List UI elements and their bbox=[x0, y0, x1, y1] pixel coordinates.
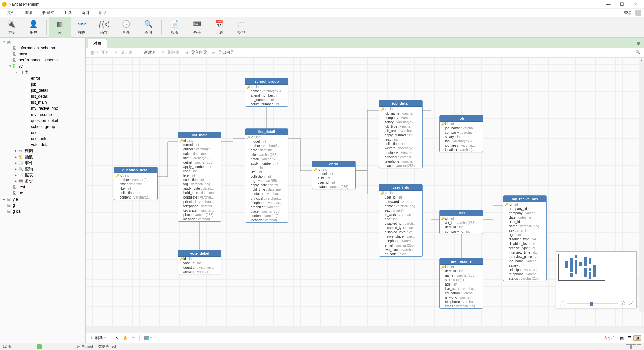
zoom-slider[interactable] bbox=[567, 303, 618, 304]
tree-node-list_detail[interactable]: list_detail bbox=[0, 93, 85, 99]
tree-node-user_info[interactable]: user_info bbox=[0, 136, 85, 142]
erd-table-enrol[interactable]: enrol🔑id: intmodel: ints_id: intuser_id:… bbox=[312, 161, 356, 189]
design-table-button[interactable]: ✎设计表 bbox=[112, 50, 135, 55]
erd-table-header[interactable]: enrol bbox=[312, 161, 355, 167]
tree-node-ue[interactable]: 🗄ue bbox=[0, 190, 85, 196]
expand-arrow-icon[interactable]: ▸ bbox=[14, 155, 18, 159]
erd-table-list_main[interactable]: list_main🔑id: intmodel: intauthor: varch… bbox=[178, 132, 221, 222]
refresh-button[interactable]: ↻刷新▾ bbox=[88, 335, 108, 341]
erd-table-my_recive_box[interactable]: my_recive_box🔑id: intcompany_id: intcomp… bbox=[503, 195, 547, 281]
menu-fav[interactable]: 收藏夹 bbox=[38, 10, 59, 16]
tree-node-查询[interactable]: ▸🔍查询 bbox=[0, 166, 85, 172]
toolbar-schedule-button[interactable]: 📅计划 bbox=[208, 17, 230, 38]
tree-node-question_detail[interactable]: question_detail bbox=[0, 118, 85, 124]
erd-table-header[interactable]: user bbox=[440, 210, 483, 216]
toolbar-view-button[interactable]: 👓视图 bbox=[71, 17, 93, 38]
erd-table-header[interactable]: list_main bbox=[178, 132, 221, 138]
erd-table-header[interactable]: job bbox=[440, 115, 483, 122]
expand-arrow-icon[interactable]: ▸ bbox=[14, 173, 18, 177]
view-list-button[interactable]: ▤ bbox=[618, 336, 626, 340]
tree-node-root[interactable]: ▾▣ bbox=[0, 39, 85, 45]
erd-table-header[interactable]: job_detail bbox=[379, 100, 422, 107]
open-table-button[interactable]: ▦打开表 bbox=[88, 50, 112, 55]
toolbar-table-button[interactable]: ▦表 bbox=[49, 17, 71, 38]
erd-table-header[interactable]: user_info bbox=[379, 184, 422, 191]
expand-arrow-icon[interactable]: ▾ bbox=[14, 71, 18, 74]
erd-table-vote_detail[interactable]: vote_detail🔑id: intvote_id: intquestion:… bbox=[178, 250, 221, 274]
expand-arrow-icon[interactable]: ▾ bbox=[8, 64, 12, 68]
horizontal-scrollbar[interactable] bbox=[86, 327, 644, 333]
erd-table-header[interactable]: my_resume bbox=[440, 258, 483, 265]
toolbar-function-button[interactable]: ƒ(x)函数 bbox=[93, 17, 115, 38]
expand-arrow-icon[interactable]: ▸ bbox=[14, 179, 18, 183]
erd-table-header[interactable]: my_recive_box bbox=[503, 196, 546, 202]
toolbar-report-button[interactable]: 📄报表 bbox=[164, 17, 186, 38]
menu-help[interactable]: 帮助 bbox=[94, 10, 111, 16]
tree-node-表[interactable]: ▾表 bbox=[0, 69, 85, 75]
tree-node-视图[interactable]: ▸∞视图 bbox=[0, 148, 85, 154]
tree-node-scl[interactable]: ▾🗄scl bbox=[0, 63, 85, 69]
color-tool-button[interactable]: ▾ bbox=[142, 336, 154, 340]
erd-table-header[interactable]: school_group bbox=[245, 78, 288, 85]
toolbar-query-button[interactable]: 🔍查询 bbox=[137, 17, 159, 38]
toolbar-model-button[interactable]: ⬚模型 bbox=[230, 17, 252, 38]
zoom-out-button[interactable]: − bbox=[560, 301, 565, 306]
erd-table-job[interactable]: job🔑id: intjob_name: varcha...company: v… bbox=[439, 115, 483, 152]
maximize-button[interactable]: ☐ bbox=[615, 2, 629, 7]
tree-node-vote_detail[interactable]: vote_detail bbox=[0, 142, 85, 148]
tree-node-g    oa[interactable]: ▣g oa bbox=[0, 208, 85, 214]
layout-tool-button[interactable]: ≡ bbox=[130, 336, 137, 340]
tree-node-mysql[interactable]: 🗄mysql bbox=[0, 51, 85, 57]
erd-table-header[interactable]: list_detail bbox=[245, 129, 288, 135]
close-button[interactable]: ✕ bbox=[629, 2, 642, 7]
tree-node-list_main[interactable]: list_main bbox=[0, 99, 85, 105]
expand-arrow-icon[interactable]: ▾ bbox=[2, 40, 6, 44]
view-detail-button[interactable]: ☰ bbox=[626, 336, 633, 340]
tree-node-函数[interactable]: ▸f()函数 bbox=[0, 154, 85, 160]
tree-node-enrol[interactable]: enrol bbox=[0, 75, 85, 81]
erd-table-header[interactable]: vote_detail bbox=[178, 250, 221, 257]
expand-arrow-icon[interactable]: ▸ bbox=[2, 198, 6, 201]
toolbar-event-button[interactable]: 🕓事件 bbox=[115, 17, 137, 38]
toolbar-backup-button[interactable]: 📼备份 bbox=[186, 17, 208, 38]
tree-node-事件[interactable]: ▸🕓事件 bbox=[0, 160, 85, 166]
erd-table-user_info[interactable]: user_info🔑id: intuser_id: intpassword: v… bbox=[379, 184, 423, 257]
search-icon[interactable]: 🔍 bbox=[635, 50, 641, 56]
tree-node-job_detail[interactable]: job_detail bbox=[0, 87, 85, 93]
import-wizard-button[interactable]: ⇥导入向导 bbox=[182, 50, 210, 55]
status-views-toggle[interactable] bbox=[626, 344, 641, 349]
tree-node-my_recive_box[interactable]: my_recive_box bbox=[0, 105, 85, 112]
toolbar-user-button[interactable]: 👤用户 bbox=[22, 17, 44, 38]
tree-node-备份[interactable]: ▸📼备份 bbox=[0, 178, 85, 184]
tree-node-g[interactable]: ▣g bbox=[0, 202, 85, 208]
avatar-icon[interactable] bbox=[635, 10, 641, 16]
tree-node-information_schema[interactable]: 🗄information_schema bbox=[0, 45, 85, 51]
zoom-fit-button[interactable]: ⤢ bbox=[628, 301, 633, 306]
tree-node-y    e[interactable]: ▸▣y e bbox=[0, 196, 85, 202]
zoom-thumb[interactable] bbox=[590, 302, 593, 306]
tree-node-job[interactable]: job bbox=[0, 81, 85, 87]
expand-arrow-icon[interactable]: ▸ bbox=[14, 161, 18, 165]
erd-table-question_detail[interactable]: question_detail🔑id: intauthor: varchar(2… bbox=[114, 167, 158, 200]
new-table-button[interactable]: ＋新建表 bbox=[135, 50, 159, 55]
export-wizard-button[interactable]: ⇤导出向导 bbox=[210, 50, 237, 55]
tree-node-performance_schema[interactable]: 🗄performance_schema bbox=[0, 57, 85, 63]
menu-file[interactable]: 文件 bbox=[3, 10, 20, 16]
expand-arrow-icon[interactable]: ▸ bbox=[14, 167, 18, 171]
erd-table-job_detail[interactable]: job_detail🔑id: intjob_name: varcha...com… bbox=[379, 100, 423, 168]
sidebar[interactable]: ▾▣🗄information_schema🗄mysql🗄performance_… bbox=[0, 38, 86, 343]
menu-view[interactable]: 查看 bbox=[20, 10, 38, 16]
tree-node-test[interactable]: 🗄test bbox=[0, 184, 85, 190]
tab-objects[interactable]: 对象 bbox=[88, 39, 107, 48]
expand-arrow-icon[interactable]: ▸ bbox=[14, 149, 18, 152]
erd-table-list_detail[interactable]: list_detail🔑id: intmodel: intauthor: var… bbox=[245, 128, 288, 223]
tree-node-my_resume[interactable]: my_resume bbox=[0, 112, 85, 118]
login-link[interactable]: 登录 bbox=[624, 10, 633, 16]
erd-table-my_resume[interactable]: my_resume🔑id: intuser_id: intname: varch… bbox=[439, 258, 483, 309]
add-tab-button[interactable]: ⊕ bbox=[635, 40, 642, 48]
erd-table-school_group[interactable]: school_group🔑id: intname: varchar(255)at… bbox=[245, 78, 288, 107]
minimize-button[interactable]: — bbox=[602, 2, 615, 7]
minimap[interactable]: − + ⤢ bbox=[556, 251, 637, 308]
erd-table-header[interactable]: question_detail bbox=[114, 167, 157, 173]
tree-node-school_group[interactable]: school_group bbox=[0, 124, 85, 130]
